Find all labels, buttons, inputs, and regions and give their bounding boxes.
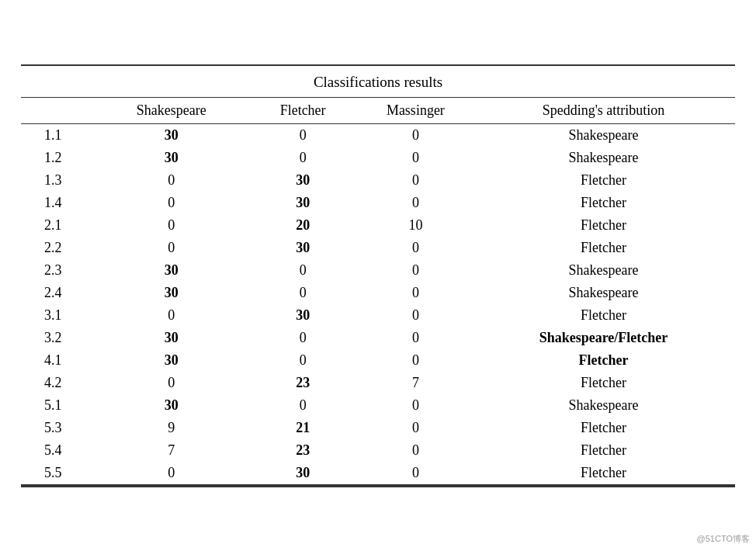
cell-attribution: Fletcher xyxy=(472,237,735,259)
cell-attribution: Fletcher xyxy=(472,214,735,237)
table-row: 2.20300Fletcher xyxy=(21,237,735,259)
table-row: 5.50300Fletcher xyxy=(21,462,735,485)
table-row: 5.39210Fletcher xyxy=(21,417,735,439)
cell-massinger: 0 xyxy=(359,192,472,214)
page-container: Classifications results Shakespeare Flet… xyxy=(21,64,735,487)
cell-fletcher: 20 xyxy=(247,214,359,237)
cell-section: 2.2 xyxy=(21,237,96,259)
cell-attribution: Fletcher xyxy=(472,349,735,372)
cell-section: 3.2 xyxy=(21,327,96,349)
cell-section: 5.4 xyxy=(21,439,96,462)
cell-fletcher: 0 xyxy=(247,394,359,417)
table-row: 4.13000Fletcher xyxy=(21,349,735,372)
cell-section: 1.4 xyxy=(21,192,96,214)
header-shakespeare: Shakespeare xyxy=(96,98,247,124)
cell-shakespeare: 30 xyxy=(96,147,247,169)
cell-attribution: Shakespeare xyxy=(472,394,735,417)
cell-massinger: 0 xyxy=(359,259,472,282)
cell-shakespeare: 0 xyxy=(96,372,247,394)
cell-massinger: 0 xyxy=(359,282,472,304)
cell-shakespeare: 0 xyxy=(96,192,247,214)
watermark: @51CTO博客 xyxy=(697,533,750,545)
table-row: 2.33000Shakespeare xyxy=(21,259,735,282)
cell-attribution: Shakespeare/Fletcher xyxy=(472,327,735,349)
cell-section: 1.2 xyxy=(21,147,96,169)
cell-massinger: 0 xyxy=(359,237,472,259)
cell-attribution: Fletcher xyxy=(472,372,735,394)
cell-massinger: 10 xyxy=(359,214,472,237)
cell-fletcher: 0 xyxy=(247,259,359,282)
cell-fletcher: 0 xyxy=(247,124,359,147)
cell-fletcher: 30 xyxy=(247,192,359,214)
table-row: 1.23000Shakespeare xyxy=(21,147,735,169)
cell-attribution: Fletcher xyxy=(472,439,735,462)
cell-attribution: Fletcher xyxy=(472,304,735,327)
cell-massinger: 0 xyxy=(359,124,472,147)
cell-shakespeare: 30 xyxy=(96,259,247,282)
cell-attribution: Shakespeare xyxy=(472,147,735,169)
column-headers: Shakespeare Fletcher Massinger Spedding'… xyxy=(21,98,735,124)
classifications-table: Classifications results Shakespeare Flet… xyxy=(21,64,735,487)
cell-section: 4.1 xyxy=(21,349,96,372)
cell-section: 2.3 xyxy=(21,259,96,282)
cell-shakespeare: 0 xyxy=(96,462,247,485)
cell-shakespeare: 30 xyxy=(96,282,247,304)
cell-shakespeare: 30 xyxy=(96,124,247,147)
cell-section: 3.1 xyxy=(21,304,96,327)
cell-shakespeare: 7 xyxy=(96,439,247,462)
table-row: 4.20237Fletcher xyxy=(21,372,735,394)
cell-fletcher: 23 xyxy=(247,372,359,394)
cell-massinger: 0 xyxy=(359,304,472,327)
table-row: 1.30300Fletcher xyxy=(21,169,735,192)
cell-fletcher: 0 xyxy=(247,349,359,372)
cell-attribution: Fletcher xyxy=(472,192,735,214)
cell-massinger: 0 xyxy=(359,394,472,417)
cell-attribution: Fletcher xyxy=(472,462,735,485)
cell-fletcher: 0 xyxy=(247,147,359,169)
cell-fletcher: 0 xyxy=(247,282,359,304)
cell-massinger: 0 xyxy=(359,327,472,349)
cell-section: 2.4 xyxy=(21,282,96,304)
table-row: 5.47230Fletcher xyxy=(21,439,735,462)
cell-massinger: 0 xyxy=(359,462,472,485)
table-row: 1.40300Fletcher xyxy=(21,192,735,214)
cell-section: 5.5 xyxy=(21,462,96,485)
cell-fletcher: 30 xyxy=(247,462,359,485)
table-title: Classifications results xyxy=(21,66,735,98)
header-massinger: Massinger xyxy=(359,98,472,124)
cell-shakespeare: 30 xyxy=(96,327,247,349)
table-row: 2.102010Fletcher xyxy=(21,214,735,237)
table-wrapper: Classifications results Shakespeare Flet… xyxy=(21,64,735,487)
table-row: 2.43000Shakespeare xyxy=(21,282,735,304)
cell-attribution: Shakespeare xyxy=(472,282,735,304)
cell-attribution: Fletcher xyxy=(472,417,735,439)
cell-shakespeare: 0 xyxy=(96,169,247,192)
cell-shakespeare: 30 xyxy=(96,394,247,417)
header-fletcher: Fletcher xyxy=(247,98,359,124)
cell-shakespeare: 0 xyxy=(96,214,247,237)
cell-fletcher: 0 xyxy=(247,327,359,349)
cell-massinger: 0 xyxy=(359,349,472,372)
cell-attribution: Fletcher xyxy=(472,169,735,192)
cell-section: 5.3 xyxy=(21,417,96,439)
title-row: Classifications results xyxy=(21,66,735,98)
cell-shakespeare: 9 xyxy=(96,417,247,439)
table-row: 5.13000Shakespeare xyxy=(21,394,735,417)
table-row: 1.13000Shakespeare xyxy=(21,124,735,147)
bottom-border-row xyxy=(21,485,735,487)
table-row: 3.10300Fletcher xyxy=(21,304,735,327)
cell-massinger: 0 xyxy=(359,417,472,439)
cell-fletcher: 23 xyxy=(247,439,359,462)
header-section xyxy=(21,98,96,124)
cell-massinger: 0 xyxy=(359,147,472,169)
header-attribution: Spedding's attribution xyxy=(472,98,735,124)
cell-massinger: 0 xyxy=(359,169,472,192)
data-rows: 1.13000Shakespeare1.23000Shakespeare1.30… xyxy=(21,124,735,485)
cell-section: 5.1 xyxy=(21,394,96,417)
cell-section: 1.3 xyxy=(21,169,96,192)
cell-fletcher: 21 xyxy=(247,417,359,439)
cell-section: 4.2 xyxy=(21,372,96,394)
table-row: 3.23000Shakespeare/Fletcher xyxy=(21,327,735,349)
cell-shakespeare: 0 xyxy=(96,237,247,259)
cell-fletcher: 30 xyxy=(247,169,359,192)
